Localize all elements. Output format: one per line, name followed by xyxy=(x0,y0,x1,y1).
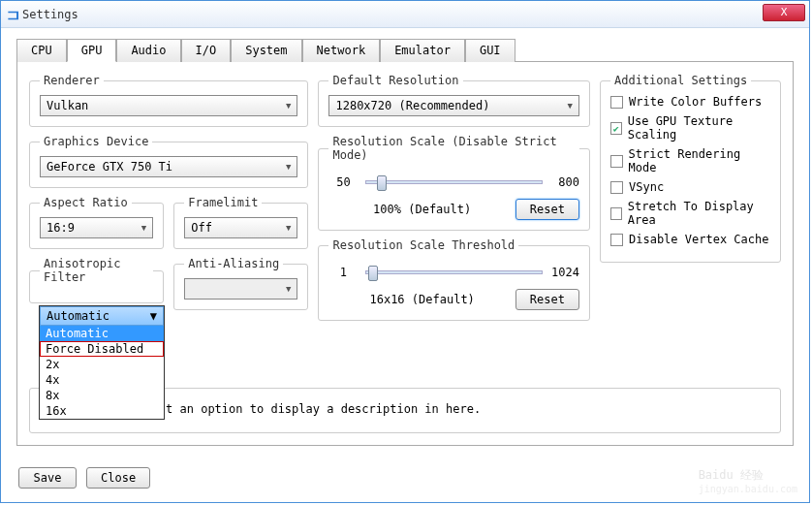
renderer-select[interactable]: Vulkan ▼ xyxy=(40,95,297,116)
anisotropic-option-force-disabled[interactable]: Force Disabled xyxy=(40,341,164,357)
checkbox-icon xyxy=(610,155,623,168)
chevron-down-icon: ▼ xyxy=(141,223,146,233)
renderer-group: Renderer Vulkan ▼ xyxy=(29,74,308,127)
anisotropic-filter-legend: Anisotropic Filter xyxy=(40,257,153,284)
tab-gui[interactable]: GUI xyxy=(465,39,515,62)
resolution-threshold-slider[interactable] xyxy=(365,270,543,274)
column-right: Additional Settings Write Color Buffers … xyxy=(600,74,781,433)
checkbox-icon xyxy=(610,234,623,246)
graphics-device-group: Graphics Device GeForce GTX 750 Ti ▼ xyxy=(29,135,308,188)
resolution-threshold-reset-button[interactable]: Reset xyxy=(515,289,579,310)
framelimit-legend: Framelimit xyxy=(184,196,262,209)
framelimit-value: Off xyxy=(191,221,212,235)
resolution-scale-reset-button[interactable]: Reset xyxy=(515,199,579,220)
checkbox-disable-vertex-cache[interactable]: Disable Vertex Cache xyxy=(610,233,770,246)
aspect-ratio-value: 16:9 xyxy=(47,221,75,235)
default-resolution-legend: Default Resolution xyxy=(328,74,462,87)
resolution-scale-slider[interactable] xyxy=(365,180,543,184)
graphics-device-legend: Graphics Device xyxy=(40,135,152,148)
default-resolution-select[interactable]: 1280x720 (Recommended) ▼ xyxy=(328,95,579,116)
anisotropic-option-4x[interactable]: 4x xyxy=(40,372,164,388)
settings-window: ⊐ Settings X CPU GPU Audio I/O System Ne… xyxy=(0,0,810,503)
checkbox-icon xyxy=(610,181,623,194)
graphics-device-value: GeForce GTX 750 Ti xyxy=(47,160,172,174)
tab-system[interactable]: System xyxy=(231,39,301,62)
watermark: Baidu 经验 jingyan.baidu.com xyxy=(699,461,797,494)
tab-bar: CPU GPU Audio I/O System Network Emulato… xyxy=(16,38,794,62)
content-area: CPU GPU Audio I/O System Network Emulato… xyxy=(1,28,809,456)
additional-settings-group: Additional Settings Write Color Buffers … xyxy=(600,74,781,263)
resolution-threshold-group: Resolution Scale Threshold 1 1024 16x16 … xyxy=(318,238,590,321)
resolution-threshold-display: 16x16 (Default) xyxy=(328,293,515,306)
default-resolution-group: Default Resolution 1280x720 (Recommended… xyxy=(318,74,590,127)
close-window-button[interactable]: X xyxy=(763,4,805,21)
anti-aliasing-group: Anti-Aliasing ▼ xyxy=(173,257,308,310)
chevron-down-icon: ▼ xyxy=(286,223,291,233)
tab-cpu[interactable]: CPU xyxy=(16,39,67,62)
tab-io[interactable]: I/O xyxy=(181,39,232,62)
resolution-threshold-max: 1024 xyxy=(550,266,579,279)
chevron-down-icon: ▼ xyxy=(286,284,291,294)
resolution-threshold-legend: Resolution Scale Threshold xyxy=(328,238,518,252)
anisotropic-filter-group: Anisotropic Filter xyxy=(29,257,164,303)
chevron-down-icon: ▼ xyxy=(150,309,157,323)
anisotropic-option-2x[interactable]: 2x xyxy=(40,357,164,372)
resolution-scale-max: 800 xyxy=(550,175,579,189)
anisotropic-option-8x[interactable]: 8x xyxy=(40,388,164,403)
resolution-scale-min: 50 xyxy=(328,175,358,189)
aspect-ratio-select[interactable]: 16:9 ▼ xyxy=(40,217,153,238)
checkbox-stretch-to-display-area[interactable]: Stretch To Display Area xyxy=(610,200,770,227)
tab-gpu[interactable]: GPU xyxy=(67,39,117,62)
tab-network[interactable]: Network xyxy=(302,39,381,62)
gpu-panel: Renderer Vulkan ▼ Graphics Device GeForc… xyxy=(16,62,794,446)
app-icon: ⊐ xyxy=(7,5,16,23)
chevron-down-icon: ▼ xyxy=(286,101,291,110)
checkbox-use-gpu-texture-scaling[interactable]: ✔Use GPU Texture Scaling xyxy=(610,114,770,142)
additional-settings-legend: Additional Settings xyxy=(610,74,751,87)
framelimit-group: Framelimit Off ▼ xyxy=(173,196,308,249)
tab-audio[interactable]: Audio xyxy=(116,39,180,62)
save-button[interactable]: Save xyxy=(18,467,77,489)
bottom-buttons: Save Close xyxy=(18,467,150,489)
framelimit-select[interactable]: Off ▼ xyxy=(184,217,297,238)
renderer-legend: Renderer xyxy=(40,74,104,87)
anisotropic-filter-value: Automatic xyxy=(47,309,109,323)
window-title: Settings xyxy=(22,8,78,21)
checkbox-icon: ✔ xyxy=(610,122,622,135)
checkbox-strict-rendering-mode[interactable]: Strict Rendering Mode xyxy=(610,147,770,174)
anti-aliasing-select[interactable]: ▼ xyxy=(184,278,297,300)
checkbox-icon xyxy=(610,207,622,220)
aspect-ratio-group: Aspect Ratio 16:9 ▼ xyxy=(29,196,164,249)
resolution-scale-group: Resolution Scale (Disable Strict Mode) 5… xyxy=(318,135,590,231)
resolution-scale-display: 100% (Default) xyxy=(328,203,515,216)
checkbox-write-color-buffers[interactable]: Write Color Buffers xyxy=(610,95,770,109)
anisotropic-filter-select[interactable]: Automatic ▼ xyxy=(40,306,164,326)
resolution-scale-legend: Resolution Scale (Disable Strict Mode) xyxy=(328,135,579,162)
default-resolution-value: 1280x720 (Recommended) xyxy=(335,99,489,112)
aspect-ratio-legend: Aspect Ratio xyxy=(40,196,132,209)
column-middle: Default Resolution 1280x720 (Recommended… xyxy=(318,74,590,433)
chevron-down-icon: ▼ xyxy=(286,162,291,172)
anisotropic-option-16x[interactable]: 16x xyxy=(40,403,164,419)
anti-aliasing-legend: Anti-Aliasing xyxy=(184,257,283,270)
renderer-value: Vulkan xyxy=(47,99,88,112)
aspect-framelimit-row: Aspect Ratio 16:9 ▼ Framelimit Off ▼ xyxy=(29,196,308,249)
checkbox-icon xyxy=(610,96,623,109)
graphics-device-select[interactable]: GeForce GTX 750 Ti ▼ xyxy=(40,156,297,177)
tab-emulator[interactable]: Emulator xyxy=(380,39,465,62)
resolution-threshold-min: 1 xyxy=(328,266,358,279)
anisotropic-filter-dropdown: Automatic ▼ Automatic Force Disabled 2x … xyxy=(39,305,165,420)
resolution-scale-slider-row: 50 800 xyxy=(328,175,579,189)
anisotropic-option-automatic[interactable]: Automatic xyxy=(40,326,164,341)
checkbox-vsync[interactable]: VSync xyxy=(610,180,770,194)
resolution-threshold-slider-row: 1 1024 xyxy=(328,266,579,279)
close-button[interactable]: Close xyxy=(86,467,150,489)
aniso-aa-row: Anisotropic Filter Anti-Aliasing ▼ xyxy=(29,257,308,310)
chevron-down-icon: ▼ xyxy=(568,101,573,110)
titlebar: ⊐ Settings X xyxy=(1,1,809,28)
